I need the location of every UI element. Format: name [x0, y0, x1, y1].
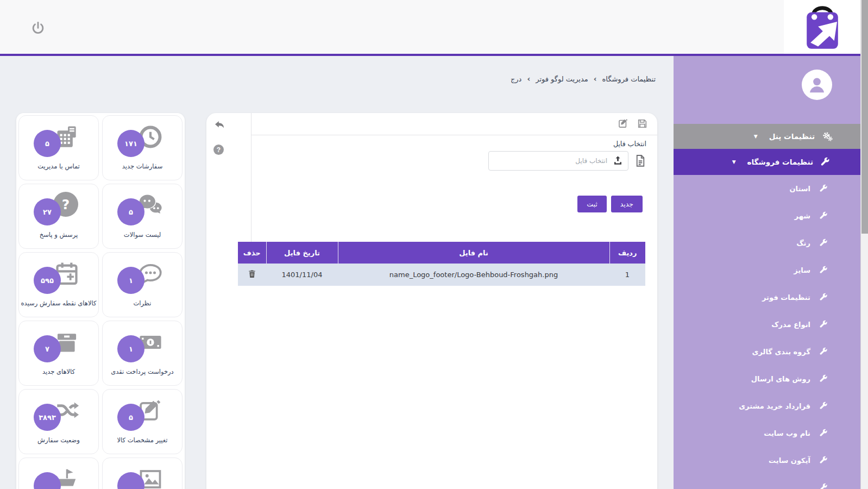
- sidebar-item-website-name[interactable]: نام وب سایت: [674, 419, 860, 447]
- wrench-icon: [819, 184, 828, 193]
- cell-filedate: 1401/11/04: [266, 264, 338, 286]
- card-label: نظرات: [134, 299, 152, 307]
- edit-icon: [618, 118, 629, 129]
- card-reorder-point-items[interactable]: ۵۹۵ کالاهای نقطه سفارش رسیده: [18, 252, 99, 317]
- sidebar-item-city[interactable]: شهر: [674, 202, 860, 229]
- edit-button[interactable]: [618, 118, 629, 129]
- sidebar-item-province[interactable]: استان: [674, 175, 860, 202]
- trash-icon: [247, 269, 257, 279]
- sidebar-item-label: رنگ: [796, 239, 810, 247]
- wrench-icon: [819, 320, 828, 329]
- card-icon-cluster: ۵۹۵: [34, 260, 84, 294]
- scrollbar-thumb[interactable]: [861, 0, 868, 234]
- app-logo[interactable]: [784, 0, 860, 54]
- breadcrumb-item-current: درج: [511, 75, 521, 83]
- files-table: ردیف نام فایل تاریخ فایل حذف 1 name_Logo…: [238, 242, 645, 286]
- breadcrumb-item-footer-logo[interactable]: مدیریت لوگو فوتر: [536, 75, 588, 83]
- card-label: تغییر مشخصات کالا: [117, 436, 167, 444]
- new-button[interactable]: جدید: [611, 196, 643, 212]
- card-label: پرسش و پاسخ: [40, 231, 78, 239]
- count-badge: ۵۹۵: [34, 267, 61, 294]
- breadcrumb-item-store-settings[interactable]: تنظیمات فروشگاه: [602, 75, 656, 83]
- chevron-separator-icon: ‹: [594, 74, 597, 83]
- dashboard-panel: ۱۷۱ سفارشات جدید ۵ تماس با مدیریت ۵ لیست…: [16, 113, 185, 489]
- sidebar-item-store-settings[interactable]: تنظیمات فروشگاه ▼: [674, 149, 860, 175]
- count-badge: ۵: [117, 198, 144, 225]
- upload-icon[interactable]: [612, 155, 624, 166]
- card-new-products[interactable]: ۷ کالاهای جدید: [18, 321, 99, 386]
- count-badge: ۳۸۹۳: [34, 404, 61, 431]
- sidebar-item-gallery-grouping[interactable]: گروه بندی گالری: [674, 338, 860, 365]
- count-badge: ۵: [34, 130, 61, 157]
- sidebar-item-label: استان: [789, 185, 810, 193]
- card-icon-cluster: ۵: [34, 123, 84, 157]
- vertical-divider: [251, 113, 251, 242]
- wrench-icon: [819, 374, 828, 383]
- back-arrow-icon: [213, 118, 226, 131]
- card-q-and-a[interactable]: ? ۲۷ پرسش و پاسخ: [18, 184, 99, 249]
- sidebar-item-label: سایز: [794, 266, 810, 274]
- sidebar-item-footer-settings[interactable]: تنظیمات فوتر: [674, 284, 860, 311]
- file-select-input[interactable]: [488, 151, 628, 171]
- sidebar-item-shipping-methods[interactable]: روش های ارسال: [674, 365, 860, 392]
- avatar: [802, 70, 832, 100]
- card-partial-ship[interactable]: [18, 457, 99, 489]
- save-button[interactable]: [637, 118, 648, 129]
- sidebar-item-purchase-contract[interactable]: قرارداد خرید مشتری: [674, 392, 860, 419]
- sidebar-item-label: روش های ارسال: [751, 375, 810, 383]
- gears-icon: [822, 131, 833, 142]
- card-contact-management[interactable]: ۵ تماس با مدیریت: [18, 115, 99, 180]
- submit-button[interactable]: ثبت: [577, 196, 607, 212]
- sidebar-item-label: تنظیمات فوتر: [762, 293, 810, 302]
- card-questions-list[interactable]: ۵ لیست سوالات: [102, 184, 183, 249]
- cell-index: 1: [609, 264, 645, 286]
- file-input-wrap: [488, 151, 628, 171]
- back-button[interactable]: [213, 118, 226, 131]
- wrench-icon: [820, 157, 830, 167]
- card-label: کالاهای جدید: [42, 368, 75, 375]
- card-comments[interactable]: ۱ نظرات: [102, 252, 183, 317]
- card-label: سفارشات جدید: [122, 162, 163, 170]
- count-badge: ۱: [117, 267, 144, 294]
- card-label: درخواست پرداخت نقدی: [111, 368, 173, 375]
- card-icon-cluster: [34, 466, 84, 489]
- sidebar-item-color[interactable]: رنگ: [674, 229, 860, 256]
- card-cash-payment-request[interactable]: ۱ درخواست پرداخت نقدی: [102, 321, 183, 386]
- column-header-filename: نام فایل: [338, 242, 609, 264]
- sidebar-item-partial[interactable]: [674, 474, 860, 489]
- table-header-row: ردیف نام فایل تاریخ فایل حذف: [238, 242, 645, 264]
- content-card: ? انتخاب فایل جدید ثبت: [206, 113, 657, 489]
- breadcrumb: تنظیمات فروشگاه ‹ مدیریت لوگو فوتر ‹ درج: [511, 74, 656, 83]
- count-badge: ۲۷: [34, 198, 61, 225]
- wrench-icon: [819, 211, 828, 220]
- help-button[interactable]: ?: [213, 145, 224, 155]
- card-order-status[interactable]: ۳۸۹۳ وضعیت سفارش: [18, 389, 99, 454]
- file-addon-button[interactable]: [633, 154, 647, 168]
- card-icon-cluster: [117, 466, 167, 489]
- sidebar-item-document-types[interactable]: انواع مدرک: [674, 311, 860, 338]
- save-icon: [637, 118, 648, 129]
- logout-power-button[interactable]: [30, 21, 46, 36]
- column-header-filedate: تاریخ فایل: [266, 242, 338, 264]
- sidebar-item-panel-settings[interactable]: تنظیمات پنل ▼: [674, 124, 860, 149]
- count-badge: ۷: [34, 335, 61, 362]
- card-new-orders[interactable]: ۱۷۱ سفارشات جدید: [102, 115, 183, 180]
- toolbar-divider: [251, 135, 657, 135]
- shopping-bag-logo-icon: [796, 1, 848, 54]
- power-icon: [30, 21, 46, 36]
- sidebar-item-label: شهر: [795, 212, 810, 220]
- delete-row-button[interactable]: [247, 269, 257, 280]
- card-change-product-specs[interactable]: ۵ تغییر مشخصات کالا: [102, 389, 183, 454]
- sidebar-item-size[interactable]: سایز: [674, 256, 860, 284]
- wrench-icon: [819, 402, 828, 410]
- card-partial-image[interactable]: [102, 457, 183, 489]
- file-lines-icon: [633, 154, 647, 168]
- files-table-wrap: ردیف نام فایل تاریخ فایل حذف 1 name_Logo…: [238, 242, 645, 286]
- sidebar-item-label: قرارداد خرید مشتری: [739, 402, 810, 410]
- chevron-separator-icon: ‹: [527, 74, 530, 83]
- card-label: وضعیت سفارش: [37, 436, 80, 444]
- card-label: کالاهای نقطه سفارش رسیده: [21, 299, 97, 307]
- count-badge: ۵: [117, 404, 144, 431]
- sidebar-item-site-icon[interactable]: آیکون سایت: [674, 447, 860, 474]
- page-scrollbar[interactable]: [860, 0, 868, 489]
